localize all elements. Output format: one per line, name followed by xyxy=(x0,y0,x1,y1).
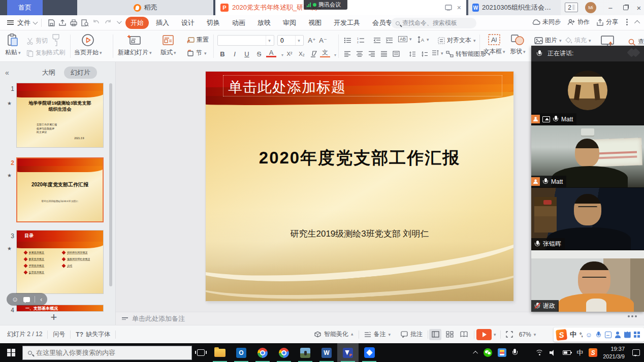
add-slide-button[interactable]: + xyxy=(44,312,64,324)
emoji-icon[interactable]: ☺ xyxy=(12,295,18,303)
sync-status-button[interactable]: 未同步 xyxy=(532,18,561,26)
quickbar-more-chevron-icon[interactable] xyxy=(117,19,122,24)
tencent-meeting-status-badge[interactable]: 腾讯会议 xyxy=(304,0,347,10)
more-options-icon[interactable] xyxy=(628,315,637,317)
reset-slide-button[interactable]: 重置 xyxy=(187,36,209,44)
taskbar-photo-app[interactable] xyxy=(295,343,316,362)
slide-canvas[interactable]: 单击此处添加标题 2020年度党支部工作汇报 研究生2019级测绘3班党支部 刘… xyxy=(206,72,513,301)
home-tab[interactable]: 首页 xyxy=(7,0,43,15)
align-right-button[interactable] xyxy=(367,49,377,59)
file-menu-chevron-icon[interactable] xyxy=(33,19,38,24)
comments-button[interactable]: 批注 xyxy=(396,330,428,339)
taskbar-search-box[interactable] xyxy=(22,346,192,360)
align-center-button[interactable] xyxy=(355,49,365,59)
wifi-icon[interactable] xyxy=(536,350,544,356)
participant-video-1[interactable]: Matt xyxy=(531,61,644,125)
normal-view-button[interactable] xyxy=(429,329,441,340)
ime-punctuation[interactable]: °, xyxy=(579,332,582,338)
word-document-tab[interactable]: W 20210305组织生活会通知.docx xyxy=(468,0,561,15)
minimize-button[interactable]: − xyxy=(604,0,617,15)
clear-format-button[interactable] xyxy=(309,49,319,59)
taskbar-outlook[interactable]: O xyxy=(231,343,252,362)
slide-thumbnail-1[interactable]: 地学学院研19级测绘3班党支部 组织生活会 ·支部工作开展汇报 ·批评与自我批评… xyxy=(16,83,104,148)
participant-video-3[interactable]: 张锟晖 xyxy=(531,188,644,250)
shapes-button[interactable]: 形状▾ xyxy=(510,34,526,56)
font-size-input[interactable] xyxy=(278,36,295,45)
play-slideshow-button[interactable] xyxy=(476,329,492,340)
chat-icon[interactable] xyxy=(23,297,30,302)
slide-counter[interactable]: 幻灯片 2 / 12 xyxy=(0,330,47,339)
question-mark-button[interactable]: 问号 xyxy=(48,330,70,339)
text-direction-button[interactable]: AB▾ xyxy=(398,36,412,42)
close-window-button[interactable]: × xyxy=(634,0,644,15)
section-button[interactable]: 节▾ xyxy=(187,49,207,57)
close-tab-icon[interactable]: × xyxy=(457,4,461,12)
missing-font-button[interactable]: T? 缺失字体 xyxy=(71,330,115,339)
zoom-level[interactable]: 67%▾ xyxy=(518,331,537,338)
font-size-combo[interactable]: ▾ xyxy=(277,35,304,46)
taskbar-chrome-2[interactable] xyxy=(273,343,295,362)
outline-tab[interactable]: 大纲 xyxy=(36,67,62,79)
taskbar-search-input[interactable] xyxy=(36,349,173,356)
taskbar-word[interactable]: W xyxy=(316,343,337,362)
strikethrough-button[interactable]: S xyxy=(254,49,264,59)
reading-view-button[interactable] xyxy=(458,329,470,340)
font-color-button[interactable]: A xyxy=(266,49,276,57)
play-options-icon[interactable]: ▾ xyxy=(494,332,496,337)
user-avatar[interactable]: Mi xyxy=(585,2,596,13)
more-menu-icon[interactable] xyxy=(625,19,629,25)
action-center-icon[interactable] xyxy=(632,349,640,356)
wechat-tray-icon[interactable] xyxy=(484,348,492,357)
taskbar-clock[interactable]: 19:37 2021/3/9 xyxy=(603,345,625,360)
font-name-combo[interactable]: ▾ xyxy=(217,35,274,46)
paste-button[interactable]: 粘贴▾ xyxy=(5,34,21,57)
participant-video-4[interactable]: 谢政 xyxy=(531,250,644,312)
format-painter-button[interactable]: 格式刷 xyxy=(47,34,65,57)
notes-button[interactable]: 备注▾ xyxy=(359,330,396,339)
command-search-box[interactable]: 查找命令、搜索模板 xyxy=(391,18,476,28)
collapse-pill-icon[interactable]: ‹ xyxy=(40,296,42,303)
start-button[interactable] xyxy=(0,343,22,362)
slide-layout-button[interactable]: 版式▾ xyxy=(160,34,176,57)
undo-button[interactable] xyxy=(92,19,101,26)
superscript-button[interactable]: X² xyxy=(284,49,295,59)
increase-font-button[interactable]: A⁺ xyxy=(307,35,317,45)
taskbar-tencent-meeting[interactable] xyxy=(359,343,380,362)
fit-slide-button[interactable] xyxy=(501,331,518,338)
new-slide-button[interactable]: 新建幻灯片▾ xyxy=(118,34,152,57)
share-button[interactable]: 分享 xyxy=(596,18,618,26)
battery-icon[interactable] xyxy=(563,350,571,355)
ime-toolbox-icon[interactable] xyxy=(634,332,640,338)
numbered-list-button[interactable]: 12 xyxy=(356,35,366,45)
collaborate-button[interactable]: 协作 xyxy=(567,18,590,26)
tab-view[interactable]: 视图 xyxy=(303,17,327,29)
meeting-panel-header[interactable]: 正在讲话: xyxy=(531,46,644,61)
find-replace-button[interactable]: 查 xyxy=(628,38,644,46)
picture-button[interactable]: 图片▾ xyxy=(534,36,562,45)
window-count-badge[interactable]: 2 xyxy=(565,3,578,12)
output-button[interactable] xyxy=(58,19,67,27)
ime-voice-icon[interactable] xyxy=(595,332,602,338)
italic-button[interactable]: I xyxy=(230,49,240,59)
ime-emoji-icon[interactable]: ☺ xyxy=(585,331,592,339)
docer-tab[interactable]: 稻壳 xyxy=(77,0,213,15)
play-from-current-button[interactable]: 当页开始▾ xyxy=(74,34,102,57)
bold-button[interactable]: B xyxy=(217,49,228,59)
print-button[interactable] xyxy=(70,19,78,27)
align-text-button[interactable]: 对齐文本▾ xyxy=(438,36,476,45)
taskbar-wps-presentation-active[interactable] xyxy=(337,343,359,362)
save-button[interactable] xyxy=(47,19,55,27)
participant-video-2[interactable]: Matt xyxy=(531,125,644,187)
bullet-list-button[interactable] xyxy=(342,35,352,45)
restore-button[interactable] xyxy=(620,0,632,15)
tab-insert[interactable]: 插入 xyxy=(151,17,174,29)
microphone-tray-icon[interactable] xyxy=(512,349,518,356)
text-box-button[interactable]: A 文本框▾ xyxy=(484,34,505,56)
ime-account-icon[interactable] xyxy=(615,332,621,338)
decrease-font-button[interactable]: A⁻ xyxy=(318,35,328,45)
slide-sorter-view-button[interactable] xyxy=(443,329,456,340)
meeting-reaction-pill[interactable]: ☺ ‹ xyxy=(7,293,47,306)
tab-devtools[interactable]: 开发工具 xyxy=(329,17,365,29)
slide-title-placeholder[interactable]: 单击此处添加标题 xyxy=(228,78,346,97)
distribute-button[interactable] xyxy=(391,49,401,59)
